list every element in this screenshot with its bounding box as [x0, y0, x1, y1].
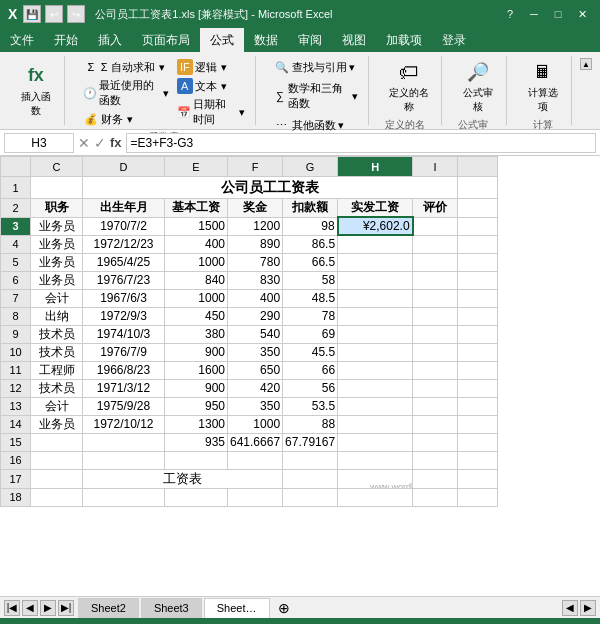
cell-c18[interactable]	[31, 488, 83, 506]
cell-h16[interactable]	[338, 451, 413, 469]
cell-g5[interactable]: 66.5	[283, 253, 338, 271]
cell-g18[interactable]	[283, 488, 338, 506]
cell-i16[interactable]	[413, 451, 458, 469]
cell-e5[interactable]: 1000	[165, 253, 228, 271]
tab-login[interactable]: 登录	[432, 28, 476, 52]
cell-c9[interactable]: 技术员	[31, 325, 83, 343]
cell-c14[interactable]: 业务员	[31, 415, 83, 433]
cell-d15[interactable]	[83, 433, 165, 451]
cell-g7[interactable]: 48.5	[283, 289, 338, 307]
tab-formula[interactable]: 公式	[200, 28, 244, 52]
cell-d7[interactable]: 1967/6/3	[83, 289, 165, 307]
cell-i3[interactable]	[413, 217, 458, 235]
cell-i10[interactable]	[413, 343, 458, 361]
scroll-right-btn[interactable]: ▶	[580, 600, 596, 616]
formula-audit-button[interactable]: 🔎 公式审核	[458, 58, 498, 116]
cell-f11[interactable]: 650	[228, 361, 283, 379]
cell-i7[interactable]	[413, 289, 458, 307]
grid-scroll[interactable]: C D E F G H I 1 公司员工工资表	[0, 156, 600, 596]
row-header-3[interactable]: 3	[1, 217, 31, 235]
cell-h12[interactable]	[338, 379, 413, 397]
cell-d17-subtitle[interactable]: 工资表	[83, 469, 283, 488]
cell-g4[interactable]: 86.5	[283, 235, 338, 253]
cell-h8[interactable]	[338, 307, 413, 325]
cell-d11[interactable]: 1966/8/23	[83, 361, 165, 379]
cell-d16[interactable]	[83, 451, 165, 469]
row-header-4[interactable]: 4	[1, 235, 31, 253]
cell-h10[interactable]	[338, 343, 413, 361]
text-button[interactable]: A 文本 ▾	[175, 77, 247, 95]
cell-h18[interactable]	[338, 488, 413, 506]
row-header-1[interactable]: 1	[1, 177, 31, 199]
col-header-d[interactable]: D	[83, 157, 165, 177]
help-button[interactable]: ?	[500, 4, 520, 24]
cell-i6[interactable]	[413, 271, 458, 289]
cell-h13[interactable]	[338, 397, 413, 415]
cell-e13[interactable]: 950	[165, 397, 228, 415]
row-header-11[interactable]: 11	[1, 361, 31, 379]
cell-j10[interactable]	[458, 343, 498, 361]
cell-c16[interactable]	[31, 451, 83, 469]
cell-e6[interactable]: 840	[165, 271, 228, 289]
more-functions-button[interactable]: ⋯ 其他函数▾	[272, 116, 361, 134]
cell-i5[interactable]	[413, 253, 458, 271]
cell-c3[interactable]: 业务员	[31, 217, 83, 235]
undo-icon[interactable]: ↩	[45, 5, 63, 23]
cell-i14[interactable]	[413, 415, 458, 433]
cell-c4[interactable]: 业务员	[31, 235, 83, 253]
tab-page-layout[interactable]: 页面布局	[132, 28, 200, 52]
row-header-15[interactable]: 15	[1, 433, 31, 451]
cell-h4[interactable]	[338, 235, 413, 253]
finance-button[interactable]: 💰 财务 ▾	[81, 110, 171, 128]
cell-f10[interactable]: 350	[228, 343, 283, 361]
col-header-h[interactable]: H	[338, 157, 413, 177]
maximize-button[interactable]: □	[548, 4, 568, 24]
cell-f16[interactable]	[228, 451, 283, 469]
collapse-ribbon-button[interactable]: ▲	[580, 58, 592, 70]
col-header-e[interactable]: E	[165, 157, 228, 177]
cell-h11[interactable]	[338, 361, 413, 379]
col-header-c[interactable]: C	[31, 157, 83, 177]
cell-i9[interactable]	[413, 325, 458, 343]
cell-h7[interactable]	[338, 289, 413, 307]
row-header-7[interactable]: 7	[1, 289, 31, 307]
row-header-18[interactable]: 18	[1, 488, 31, 506]
row-header-8[interactable]: 8	[1, 307, 31, 325]
cell-g16[interactable]	[283, 451, 338, 469]
cell-h2[interactable]: 实发工资	[338, 199, 413, 218]
cell-g17[interactable]	[283, 469, 338, 488]
cell-h5[interactable]	[338, 253, 413, 271]
cell-g12[interactable]: 56	[283, 379, 338, 397]
cell-d8[interactable]: 1972/9/3	[83, 307, 165, 325]
cell-f15[interactable]: 641.6667	[228, 433, 283, 451]
cell-c6[interactable]: 业务员	[31, 271, 83, 289]
cell-i2[interactable]: 评价	[413, 199, 458, 218]
cell-e3[interactable]: 1500	[165, 217, 228, 235]
cell-d13[interactable]: 1975/9/28	[83, 397, 165, 415]
tab-addins[interactable]: 加载项	[376, 28, 432, 52]
cell-i8[interactable]	[413, 307, 458, 325]
cell-d1-title[interactable]: 公司员工工资表	[83, 177, 458, 199]
cell-f9[interactable]: 540	[228, 325, 283, 343]
add-sheet-button[interactable]: ⊕	[272, 598, 296, 618]
cell-e10[interactable]: 900	[165, 343, 228, 361]
cell-c7[interactable]: 会计	[31, 289, 83, 307]
col-header-g[interactable]: G	[283, 157, 338, 177]
cell-c15[interactable]	[31, 433, 83, 451]
cell-h3[interactable]: ¥2,602.0	[338, 217, 413, 235]
defined-names-button[interactable]: 🏷 定义的名称	[385, 58, 433, 116]
cell-d18[interactable]	[83, 488, 165, 506]
cell-d14[interactable]: 1972/10/12	[83, 415, 165, 433]
cell-f2[interactable]: 奖金	[228, 199, 283, 218]
cell-reference-input[interactable]	[4, 133, 74, 153]
cell-g11[interactable]: 66	[283, 361, 338, 379]
cell-f8[interactable]: 290	[228, 307, 283, 325]
cell-d12[interactable]: 1971/3/12	[83, 379, 165, 397]
lookup-button[interactable]: 🔍 查找与引用▾	[272, 58, 361, 76]
row-header-16[interactable]: 16	[1, 451, 31, 469]
cell-j3[interactable]	[458, 217, 498, 235]
cell-j11[interactable]	[458, 361, 498, 379]
cell-e18[interactable]	[165, 488, 228, 506]
cell-i17[interactable]	[413, 469, 458, 488]
formula-input[interactable]	[126, 133, 596, 153]
